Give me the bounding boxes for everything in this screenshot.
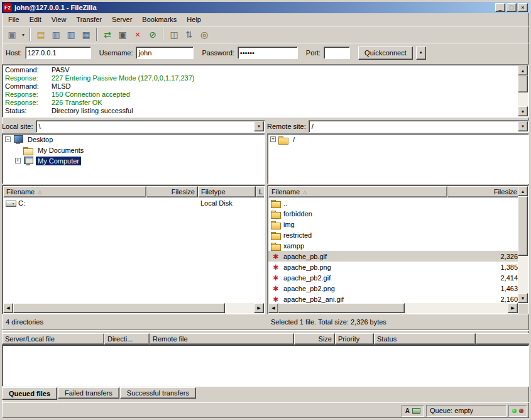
scrollbar-track[interactable] bbox=[13, 303, 254, 313]
site-manager-dropdown-arrow[interactable]: ▼ bbox=[19, 28, 27, 41]
file-name-cell: apache_pb.png bbox=[268, 262, 447, 272]
disconnect-icon[interactable]: ⊘ bbox=[145, 28, 160, 41]
process-queue-icon[interactable]: ▣ bbox=[115, 28, 130, 41]
column-header-label: Size bbox=[319, 335, 332, 343]
scrollbar-track[interactable] bbox=[518, 75, 528, 106]
file-row-restricted[interactable]: restricted bbox=[268, 229, 518, 240]
file-size-cell: 2,160 bbox=[447, 294, 518, 303]
file-row-c[interactable]: C:Local Disk bbox=[3, 197, 264, 208]
tab-queued-files[interactable]: Queued files bbox=[2, 387, 57, 400]
scrollbar-track[interactable] bbox=[518, 196, 528, 293]
remote-tree-toggle-icon[interactable]: ▥ bbox=[63, 28, 79, 41]
remote-horizontal-scrollbar[interactable]: ◀▶ bbox=[268, 303, 518, 313]
quickconnect-button[interactable]: Quickconnect bbox=[358, 47, 413, 60]
tree-item-desktop[interactable]: -Desktop bbox=[3, 134, 265, 145]
scroll-up-button[interactable]: ▲ bbox=[518, 65, 528, 75]
tree-item-my-documents[interactable]: My Documents bbox=[3, 145, 265, 155]
column-header-filename[interactable]: Filename△ bbox=[268, 186, 447, 197]
log-line-type: Command: bbox=[5, 82, 52, 91]
scroll-left-button[interactable]: ◀ bbox=[268, 303, 278, 313]
file-row-forbidden[interactable]: forbidden bbox=[268, 208, 518, 219]
menu-item-bookmarks[interactable]: Bookmarks bbox=[137, 14, 182, 25]
scroll-down-button[interactable]: ▼ bbox=[518, 106, 528, 116]
file-row-img[interactable]: img bbox=[268, 219, 518, 229]
menu-item-file[interactable]: File bbox=[3, 14, 25, 25]
column-header-filesize[interactable]: Filesize bbox=[146, 186, 198, 197]
file-row-item[interactable]: .. bbox=[268, 197, 518, 208]
scroll-left-button[interactable]: ◀ bbox=[3, 303, 13, 313]
menu-item-server[interactable]: Server bbox=[107, 14, 137, 25]
scrollbar-thumb[interactable] bbox=[518, 196, 528, 256]
scrollbar-track[interactable] bbox=[278, 303, 508, 313]
scroll-up-button[interactable]: ▲ bbox=[518, 186, 528, 196]
scroll-down-button[interactable]: ▼ bbox=[518, 293, 528, 303]
maximize-button[interactable]: □ bbox=[506, 3, 517, 12]
scroll-right-button[interactable]: ▶ bbox=[254, 303, 264, 313]
remote-vertical-scrollbar[interactable]: ▲▼ bbox=[518, 186, 528, 303]
file-row-apache-pb-png[interactable]: apache_pb.png1,385 bbox=[268, 262, 518, 272]
cancel-operation-icon[interactable]: × bbox=[130, 28, 145, 41]
queue-tabs: Queued filesFailed transfersSuccessful t… bbox=[2, 387, 197, 401]
remote-site-combo[interactable]: / ▼ bbox=[309, 120, 529, 133]
close-button[interactable]: × bbox=[518, 3, 528, 12]
remote-site-dropdown-arrow[interactable]: ▼ bbox=[518, 121, 528, 131]
log-scrollbar[interactable]: ▲▼ bbox=[518, 65, 528, 116]
scrollbar-thumb[interactable] bbox=[278, 303, 405, 313]
sync-browsing-icon[interactable]: ⇅ bbox=[182, 28, 197, 41]
sync-browsing-icon: ⇅ bbox=[185, 30, 193, 40]
expand-expander-icon[interactable]: + bbox=[270, 136, 276, 142]
column-header-filesize[interactable]: Filesize bbox=[447, 186, 518, 197]
transfer-queue-list[interactable] bbox=[2, 345, 529, 387]
file-row-xampp[interactable]: xampp bbox=[268, 240, 518, 251]
host-input[interactable] bbox=[25, 47, 91, 59]
column-header-directi[interactable]: Directi... bbox=[104, 333, 150, 345]
message-log-toggle-icon[interactable]: ▤ bbox=[33, 28, 48, 41]
password-input[interactable] bbox=[238, 47, 298, 59]
directory-comparison-icon[interactable]: ◫ bbox=[167, 28, 182, 41]
tree-item-item[interactable]: +/ bbox=[268, 134, 528, 145]
username-input[interactable] bbox=[136, 47, 194, 59]
scroll-right-button[interactable]: ▶ bbox=[508, 303, 518, 313]
file-row-apache-pb2-gif[interactable]: apache_pb2.gif2,414 bbox=[268, 272, 518, 283]
column-header-remote-file[interactable]: Remote file bbox=[150, 333, 294, 345]
minimize-button[interactable]: _ bbox=[495, 3, 505, 12]
column-header-status[interactable]: Status bbox=[374, 333, 476, 345]
site-manager-icon[interactable]: ▣ bbox=[4, 28, 19, 41]
column-header-server-local-file[interactable]: Server/Local file bbox=[2, 333, 104, 345]
local-horizontal-scrollbar[interactable]: ◀▶ bbox=[3, 303, 264, 313]
port-input[interactable] bbox=[324, 47, 350, 59]
local-status-text: 4 directories bbox=[2, 316, 265, 328]
find-files-icon[interactable]: ◎ bbox=[197, 28, 212, 41]
column-header-item[interactable] bbox=[476, 333, 529, 345]
refresh-icon[interactable]: ⇄ bbox=[100, 28, 115, 41]
local-site-dropdown-arrow[interactable]: ▼ bbox=[254, 121, 264, 131]
menu-item-transfer[interactable]: Transfer bbox=[71, 14, 107, 25]
column-header-filename[interactable]: Filename△ bbox=[3, 186, 146, 197]
local-tree-toggle-icon[interactable]: ▥ bbox=[48, 28, 63, 41]
remote-tree-toggle-icon: ▥ bbox=[67, 30, 75, 40]
tab-failed-transfers[interactable]: Failed transfers bbox=[58, 387, 119, 399]
tab-successful-transfers[interactable]: Successful transfers bbox=[120, 387, 196, 399]
title-bar[interactable]: Fz john@127.0.0.1 - FileZilla _ □ × bbox=[2, 2, 529, 13]
file-row-apache-pb2-ani-gif[interactable]: apache_pb2_ani.gif2,160 bbox=[268, 294, 518, 303]
scrollbar-thumb[interactable] bbox=[518, 75, 528, 92]
filezilla-app-icon[interactable]: Fz bbox=[3, 3, 12, 12]
menu-item-help[interactable]: Help bbox=[182, 14, 206, 25]
column-header-size[interactable]: Size bbox=[294, 333, 335, 345]
file-row-apache-pb2-png[interactable]: apache_pb2.png1,463 bbox=[268, 283, 518, 294]
menu-item-view[interactable]: View bbox=[47, 14, 72, 25]
quickconnect-dropdown-arrow[interactable]: ▼ bbox=[416, 47, 426, 60]
column-header-filetype[interactable]: Filetype bbox=[198, 186, 256, 197]
file-row-apache-pb-gif[interactable]: apache_pb.gif2,326 bbox=[268, 251, 518, 262]
column-header-l[interactable]: L bbox=[256, 186, 264, 197]
expand-expander-icon[interactable]: + bbox=[15, 158, 21, 163]
computer-icon bbox=[23, 157, 33, 165]
transfer-queue-toggle-icon[interactable]: ▦ bbox=[79, 28, 94, 41]
column-header-priority[interactable]: Priority bbox=[335, 333, 374, 345]
local-site-combo[interactable]: \ ▼ bbox=[36, 120, 265, 133]
tree-item-my-computer[interactable]: +My Computer bbox=[3, 155, 265, 166]
menu-item-edit[interactable]: Edit bbox=[25, 14, 47, 25]
collapse-expander-icon[interactable]: - bbox=[5, 136, 11, 142]
file-size-cell: 1,385 bbox=[447, 262, 518, 272]
scrollbar-thumb[interactable] bbox=[13, 303, 225, 313]
